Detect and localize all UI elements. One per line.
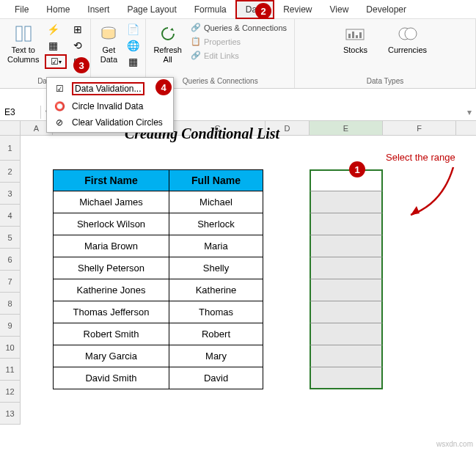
header-first-name[interactable]: First Name	[54, 170, 169, 191]
arrow-icon	[402, 164, 461, 222]
data-validation-button[interactable]: ☑▾	[45, 54, 67, 69]
clear-circles-menuitem[interactable]: ⊘ Clear Validation Circles	[48, 114, 172, 131]
col-header-f[interactable]: F	[383, 121, 456, 135]
selected-cell[interactable]	[310, 367, 383, 389]
relationships-button[interactable]: ⟲	[70, 38, 86, 53]
cell[interactable]: Maria Brown	[54, 235, 169, 257]
consolidate-button[interactable]: ⊞	[70, 22, 86, 37]
qc-label: Queries & Connections	[204, 23, 287, 32]
row-header-4[interactable]: 4	[0, 205, 21, 227]
table-row: Maria BrownMaria	[54, 235, 263, 257]
group-data-types: Stocks Currencies Data Types	[295, 19, 476, 88]
from-web-button[interactable]: 🌐	[125, 38, 141, 53]
clear-circles-label: Clear Validation Circles	[72, 117, 163, 128]
tab-file[interactable]: File	[6, 1, 37, 18]
flash-fill-icon: ⚡	[47, 23, 59, 35]
tab-developer[interactable]: Developer	[357, 1, 415, 18]
row-header-6[interactable]: 6	[0, 249, 21, 271]
selected-cell[interactable]	[310, 169, 383, 191]
tab-formula[interactable]: Formula	[186, 1, 235, 18]
cell[interactable]: Mary	[169, 345, 263, 367]
data-validation-dropdown: ☑ Data Validation... ⭕ Circle Invalid Da…	[46, 77, 174, 133]
cell[interactable]: Katherine	[169, 279, 263, 301]
get-data-button[interactable]: Get Data	[95, 22, 122, 66]
formula-expand-icon[interactable]: ▾	[463, 107, 476, 117]
cell[interactable]: Thomas Jefferson	[54, 301, 169, 323]
cell[interactable]: Michael	[169, 191, 263, 213]
cell[interactable]: Katherine Jones	[54, 279, 169, 301]
refresh-all-button[interactable]: Refresh All	[150, 22, 185, 66]
row-header-5[interactable]: 5	[0, 227, 21, 249]
circle-invalid-menuitem[interactable]: ⭕ Circle Invalid Data	[48, 98, 172, 114]
row-header-8[interactable]: 8	[0, 293, 21, 315]
selected-cell[interactable]	[310, 279, 383, 301]
cell[interactable]: Robert Smith	[54, 323, 169, 345]
header-full-name[interactable]: Full Name	[169, 170, 263, 191]
cell[interactable]: David Smith	[54, 367, 169, 389]
cell[interactable]: Sherlock	[169, 213, 263, 235]
selected-range[interactable]	[310, 169, 383, 389]
from-table-button[interactable]: ▦	[125, 54, 141, 69]
cell[interactable]: Shelly Peterson	[54, 257, 169, 279]
cell[interactable]: Mary Garcia	[54, 345, 169, 367]
cell[interactable]: Sherlock Wilson	[54, 213, 169, 235]
text-to-columns-button[interactable]: Text to Columns	[4, 22, 42, 66]
get-data-icon	[98, 23, 119, 44]
edit-links-button[interactable]: 🔗Edit Links	[188, 50, 290, 61]
row-header-9[interactable]: 9	[0, 315, 21, 337]
refresh-icon	[158, 23, 178, 44]
table-row: Robert SmithRobert	[54, 323, 263, 345]
flash-fill-button[interactable]: ⚡	[45, 22, 61, 37]
select-all-corner[interactable]	[0, 121, 21, 135]
table-row: Shelly PetersonShelly	[54, 257, 263, 279]
selected-cell[interactable]	[310, 235, 383, 257]
row-header-13[interactable]: 13	[0, 403, 21, 425]
data-validation-menuitem[interactable]: ☑ Data Validation...	[48, 79, 172, 98]
currencies-button[interactable]: Currencies	[385, 22, 430, 56]
row-header-2[interactable]: 2	[0, 161, 21, 183]
tab-review[interactable]: Review	[274, 1, 321, 18]
cell[interactable]: Robert	[169, 323, 263, 345]
from-web-icon: 🌐	[127, 40, 139, 51]
text-to-columns-icon	[13, 23, 34, 44]
stocks-button[interactable]: Stocks	[340, 22, 370, 56]
selected-cell[interactable]	[310, 345, 383, 367]
from-text-button[interactable]: 📄	[125, 22, 141, 37]
name-box[interactable]: E3	[0, 106, 41, 119]
selected-cell[interactable]	[310, 191, 383, 213]
cell[interactable]: Maria	[169, 235, 263, 257]
svg-rect-5	[352, 32, 354, 38]
get-data-label: Get Data	[100, 45, 117, 65]
remove-duplicates-button[interactable]: ▦	[45, 38, 61, 53]
table-row: David SmithDavid	[54, 367, 263, 389]
table-row: Thomas JeffersonThomas	[54, 301, 263, 323]
tab-view[interactable]: View	[321, 1, 358, 18]
cell[interactable]: Michael James	[54, 191, 169, 213]
cell[interactable]: David	[169, 367, 263, 389]
col-header-e[interactable]: E	[310, 121, 383, 135]
svg-rect-6	[356, 35, 358, 38]
selected-cell[interactable]	[310, 213, 383, 235]
edit-links-icon: 🔗	[191, 51, 201, 60]
dv-menu-label: Data Validation...	[72, 82, 144, 95]
row-header-10[interactable]: 10	[0, 337, 21, 359]
selected-cell[interactable]	[310, 301, 383, 323]
row-header-7[interactable]: 7	[0, 271, 21, 293]
selected-cell[interactable]	[310, 257, 383, 279]
dv-menu-icon: ☑	[53, 84, 66, 94]
cell[interactable]: Thomas	[169, 301, 263, 323]
queries-connections-button[interactable]: 🔗Queries & Connections	[188, 22, 290, 33]
row-header-3[interactable]: 3	[0, 183, 21, 205]
properties-icon: 📋	[191, 37, 201, 46]
selected-cell[interactable]	[310, 323, 383, 345]
tab-page-layout[interactable]: Page Layout	[118, 1, 185, 18]
cell[interactable]: Shelly	[169, 257, 263, 279]
table-row: Sherlock WilsonSherlock	[54, 213, 263, 235]
row-header-11[interactable]: 11	[0, 359, 21, 381]
row-header-12[interactable]: 12	[0, 381, 21, 403]
data-validation-icon: ☑	[51, 56, 59, 67]
row-header-1[interactable]: 1	[0, 136, 21, 161]
properties-button[interactable]: 📋Properties	[188, 36, 290, 47]
tab-home[interactable]: Home	[37, 1, 78, 18]
tab-insert[interactable]: Insert	[78, 1, 118, 18]
